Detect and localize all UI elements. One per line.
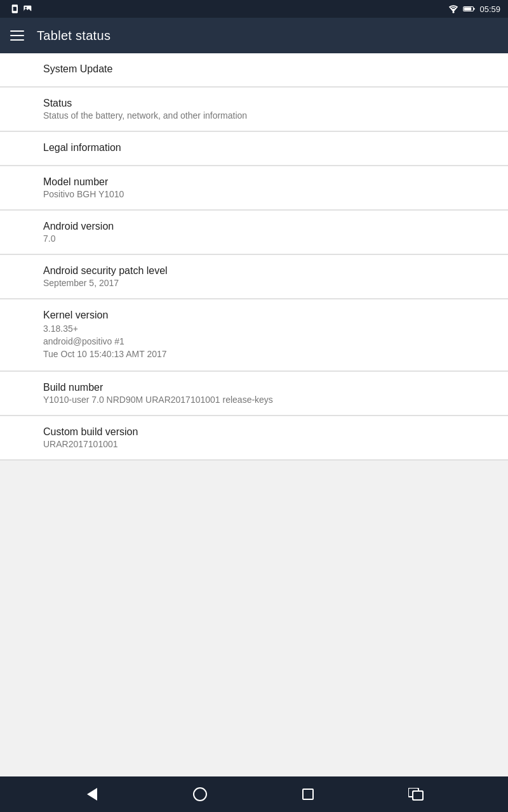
hamburger-menu-icon[interactable] bbox=[10, 30, 24, 41]
list-item-title: Model number bbox=[43, 176, 465, 188]
recents-icon bbox=[302, 789, 314, 800]
notification-icons bbox=[8, 4, 444, 14]
list-item-android-security-patch-level[interactable]: Android security patch levelSeptember 5,… bbox=[0, 255, 508, 299]
back-button[interactable] bbox=[77, 779, 107, 809]
list-item-title: Android security patch level bbox=[43, 265, 465, 277]
list-item-android-version[interactable]: Android version7.0 bbox=[0, 211, 508, 254]
photo-icon bbox=[23, 4, 33, 14]
divider bbox=[0, 460, 508, 461]
app-bar: Tablet status bbox=[0, 18, 508, 53]
list-item-system-update[interactable]: System Update bbox=[0, 53, 508, 87]
list-item-model-number[interactable]: Model numberPositivo BGH Y1010 bbox=[0, 166, 508, 210]
list-item-subtitle: September 5, 2017 bbox=[43, 278, 465, 288]
svg-point-4 bbox=[453, 11, 455, 13]
list-item-status[interactable]: StatusStatus of the battery, network, an… bbox=[0, 88, 508, 131]
list-item-title: Build number bbox=[43, 382, 465, 393]
sim-icon bbox=[10, 4, 20, 14]
status-time: 05:59 bbox=[479, 4, 500, 14]
list-item-title: Android version bbox=[43, 221, 465, 232]
svg-point-3 bbox=[25, 7, 27, 9]
list-item-build-number[interactable]: Build numberY1010-user 7.0 NRD90M URAR20… bbox=[0, 372, 508, 416]
home-icon bbox=[193, 787, 207, 801]
list-item-legal-information[interactable]: Legal information bbox=[0, 132, 508, 166]
svg-rect-7 bbox=[464, 8, 471, 11]
page-title: Tablet status bbox=[37, 29, 110, 43]
list-item-subtitle: Y1010-user 7.0 NRD90M URAR2017101001 rel… bbox=[43, 395, 465, 405]
overview-icon bbox=[408, 788, 424, 801]
list-item-subtitle: URAR2017101001 bbox=[43, 439, 465, 449]
list-item-title: Status bbox=[43, 98, 465, 109]
screenshot-button[interactable] bbox=[401, 779, 431, 809]
wifi-icon bbox=[448, 4, 459, 13]
status-bar: 05:59 bbox=[0, 0, 508, 18]
back-icon bbox=[87, 788, 97, 801]
svg-rect-9 bbox=[413, 791, 423, 800]
list-item-title: System Update bbox=[43, 63, 465, 75]
list-item-title: Legal information bbox=[43, 142, 465, 154]
svg-rect-1 bbox=[13, 7, 17, 11]
battery-icon bbox=[463, 4, 476, 13]
list-item-subtitle: Positivo BGH Y1010 bbox=[43, 189, 465, 199]
list-item-subtitle: Status of the battery, network, and othe… bbox=[43, 110, 465, 121]
list-item-title: Kernel version bbox=[43, 310, 465, 321]
list-item-subtitle: 3.18.35+android@positivo #1Tue Oct 10 15… bbox=[43, 322, 465, 360]
home-button[interactable] bbox=[185, 779, 215, 809]
nav-bar bbox=[0, 776, 508, 812]
status-icons: 05:59 bbox=[448, 4, 500, 14]
svg-rect-6 bbox=[474, 8, 475, 10]
list-item-subtitle: 7.0 bbox=[43, 233, 465, 244]
content-area: System UpdateStatusStatus of the battery… bbox=[0, 53, 508, 776]
recents-button[interactable] bbox=[293, 779, 323, 809]
list-item-title: Custom build version bbox=[43, 426, 465, 438]
list-item-custom-build-version[interactable]: Custom build versionURAR2017101001 bbox=[0, 416, 508, 460]
list-item-kernel-version[interactable]: Kernel version3.18.35+android@positivo #… bbox=[0, 299, 508, 371]
